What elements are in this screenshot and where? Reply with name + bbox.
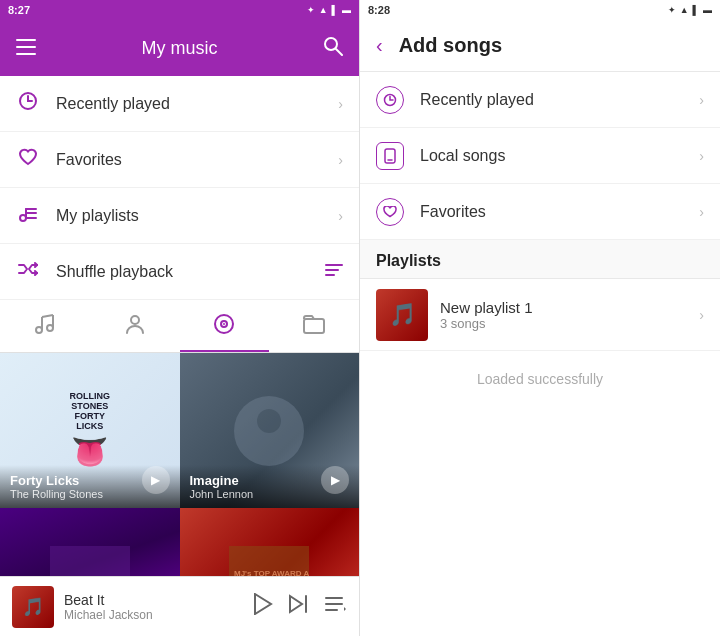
bt-icon: ✦ [307, 5, 315, 15]
next-track-button[interactable] [289, 594, 309, 619]
svg-point-3 [325, 38, 337, 50]
bt-icon: ✦ [668, 5, 676, 15]
tab-albums[interactable] [180, 300, 270, 352]
track-name: Beat It [64, 592, 243, 608]
menu-item-recently-played[interactable]: Recently played › [0, 76, 359, 132]
right-status-icons: ✦ ▲ ▌ ▬ [668, 5, 712, 15]
right-menu-favorites-label: Favorites [420, 203, 486, 221]
right-menu-local-songs-label: Local songs [420, 147, 505, 165]
music-list-icon [16, 204, 40, 227]
right-status-bar: 8:28 ✦ ▲ ▌ ▬ [360, 0, 720, 20]
folders-tab-icon [303, 314, 325, 339]
menu-item-favorites[interactable]: Favorites › [0, 132, 359, 188]
chevron-icon: › [699, 204, 704, 220]
artists-tab-icon [124, 313, 146, 340]
right-panel: 8:28 ✦ ▲ ▌ ▬ ‹ Add songs Recently played… [360, 0, 720, 636]
loaded-status: Loaded successfully [360, 351, 720, 407]
battery-icon: ▬ [342, 5, 351, 15]
songs-tab-icon [34, 314, 56, 339]
battery-icon: ▬ [703, 5, 712, 15]
shuffle-playback-item[interactable]: Shuffle playback [0, 244, 359, 300]
chevron-icon: › [699, 92, 704, 108]
svg-marker-37 [255, 594, 271, 614]
chevron-icon: › [338, 96, 343, 112]
play-button-imagine[interactable]: ▶ [321, 466, 349, 494]
left-status-icons: ✦ ▲ ▌ ▬ [307, 5, 351, 15]
svg-rect-27 [304, 319, 324, 333]
playlists-section-label: Playlists [376, 252, 441, 269]
right-time: 8:28 [368, 4, 390, 16]
svg-line-20 [42, 315, 53, 317]
left-time: 8:27 [8, 4, 30, 16]
right-menu-item-recently-played[interactable]: Recently played › [360, 72, 720, 128]
svg-point-22 [47, 325, 53, 331]
tab-songs[interactable] [0, 300, 90, 352]
playlist-thumbnail: 🎵 [376, 289, 428, 341]
sort-icon [325, 262, 343, 282]
svg-text:MJ's TOP AWARD ALBUM: MJ's TOP AWARD ALBUM [234, 569, 309, 577]
svg-point-23 [131, 316, 139, 324]
chevron-icon: › [338, 208, 343, 224]
play-pause-button[interactable] [253, 593, 273, 620]
menu-item-recently-played-label: Recently played [56, 95, 170, 113]
menu-item-my-playlists[interactable]: My playlists › [0, 188, 359, 244]
svg-rect-1 [16, 46, 36, 48]
track-artist: Michael Jackson [64, 608, 243, 622]
left-status-bar: 8:27 ✦ ▲ ▌ ▬ [0, 0, 359, 20]
left-panel: 8:27 ✦ ▲ ▌ ▬ My music [0, 0, 360, 636]
svg-rect-0 [16, 39, 36, 41]
heart-icon [376, 198, 404, 226]
svg-line-14 [35, 273, 37, 275]
svg-marker-38 [290, 596, 302, 612]
search-icon[interactable] [323, 36, 343, 61]
svg-line-4 [336, 49, 342, 55]
right-menu-item-local-songs[interactable]: Local songs › [360, 128, 720, 184]
shuffle-icon [16, 261, 40, 282]
album-cell-thriller[interactable]: MJ's TOP AWARD ALBUM Michael Jackson Thr… [180, 508, 360, 576]
wifi-icon: ▲ [319, 5, 328, 15]
menu-item-favorites-label: Favorites [56, 151, 122, 169]
tab-bar [0, 300, 359, 353]
svg-rect-30 [50, 546, 130, 577]
clock-icon [16, 91, 40, 116]
play-button-forty-licks[interactable]: ▶ [142, 466, 170, 494]
playlist-item-new-playlist-1[interactable]: 🎵 New playlist 1 3 songs › [360, 279, 720, 351]
album-cell-forty-licks[interactable]: ROLLINGSTONESFORTYLICKS 👅 Forty Licks Th… [0, 353, 180, 508]
svg-rect-45 [385, 149, 395, 163]
hamburger-icon[interactable] [16, 37, 36, 60]
menu-item-my-playlists-label: My playlists [56, 207, 139, 225]
left-header-title: My music [142, 38, 218, 59]
tab-folders[interactable] [269, 300, 359, 352]
album-grid: ROLLINGSTONESFORTYLICKS 👅 Forty Licks Th… [0, 353, 359, 576]
right-header-title: Add songs [399, 34, 502, 57]
playlist-button[interactable] [325, 595, 347, 618]
clock-icon [376, 86, 404, 114]
svg-line-12 [35, 265, 37, 267]
svg-marker-43 [344, 607, 346, 611]
svg-point-26 [223, 323, 225, 325]
chevron-icon: › [338, 152, 343, 168]
shuffle-playback-label: Shuffle playback [56, 263, 173, 281]
right-menu-recently-played-label: Recently played [420, 91, 534, 109]
back-button[interactable]: ‹ [376, 34, 383, 57]
right-header: ‹ Add songs [360, 20, 720, 72]
svg-point-29 [257, 409, 281, 433]
signal-icon: ▌ [332, 5, 338, 15]
heart-icon [16, 148, 40, 171]
svg-rect-2 [16, 53, 36, 55]
now-playing-thumbnail: 🎵 [12, 586, 54, 628]
wifi-icon: ▲ [680, 5, 689, 15]
chevron-icon: › [699, 148, 704, 164]
now-playing-bar: 🎵 Beat It Michael Jackson [0, 576, 359, 636]
right-menu-item-favorites[interactable]: Favorites › [360, 184, 720, 240]
playlist-count: 3 songs [440, 316, 533, 331]
left-header: My music [0, 20, 359, 76]
chevron-icon: › [699, 307, 704, 323]
playlists-section-header: Playlists [360, 240, 720, 279]
album-cell-purple-rain[interactable]: Purple Rain Prince and the Revolution Pu… [0, 508, 180, 576]
phone-icon [376, 142, 404, 170]
albums-tab-icon [213, 313, 235, 340]
tab-artists[interactable] [90, 300, 180, 352]
playlist-name: New playlist 1 [440, 299, 533, 316]
album-cell-imagine[interactable]: Imagine John Lennon ▶ [180, 353, 360, 508]
